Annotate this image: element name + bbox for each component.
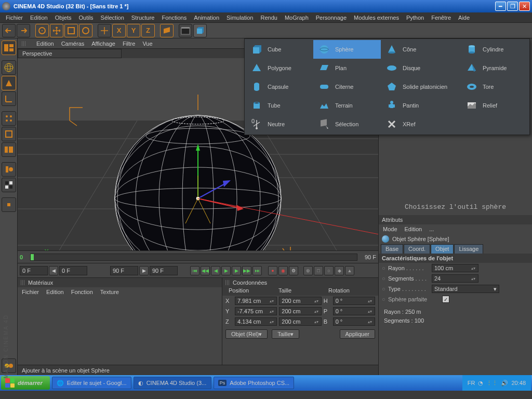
coord-x-pos[interactable]: 7.981 cm▴▾: [235, 297, 277, 305]
add-primitive-button[interactable]: [193, 24, 207, 37]
prop-type-dropdown[interactable]: Standard▾: [432, 285, 499, 293]
menu-selection[interactable]: Sélection: [97, 15, 128, 21]
next-frame-button[interactable]: ▶: [232, 266, 241, 275]
globe-icon[interactable]: [2, 60, 16, 75]
coord-z-size[interactable]: 200 cm▴▾: [279, 317, 321, 326]
menu-simulation[interactable]: Simulation: [223, 15, 257, 21]
coord-p-value[interactable]: 0 °▴▾: [333, 307, 375, 315]
layout-button[interactable]: [2, 41, 16, 55]
autokey-button[interactable]: ◉: [278, 266, 288, 275]
tray-icon[interactable]: ◔: [478, 380, 483, 387]
prim-polygon[interactable]: Polygone: [246, 59, 313, 77]
menu-mograph[interactable]: MoGraph: [281, 15, 312, 21]
prop-segments-field[interactable]: 24▴▾: [432, 274, 478, 283]
menu-modules[interactable]: Modules externes: [350, 15, 403, 21]
menu-aide[interactable]: Aide: [455, 15, 473, 21]
task-c4d[interactable]: ◐CINEMA 4D Studio (3...: [134, 377, 211, 389]
range-start-field[interactable]: 0 F: [20, 266, 48, 275]
timeline-scrubber[interactable]: [30, 254, 357, 261]
axis-mode-button[interactable]: [2, 91, 16, 106]
point-mode-button[interactable]: [2, 111, 16, 126]
view-edition[interactable]: Edition: [36, 41, 54, 47]
scale-tool[interactable]: [64, 24, 78, 37]
key-param-button[interactable]: ◆: [335, 266, 344, 275]
prim-xref[interactable]: XRef: [381, 115, 461, 134]
menu-fichier[interactable]: Fichier: [2, 15, 26, 21]
view-vue[interactable]: Vue: [142, 41, 152, 47]
coord-y-size[interactable]: 200 cm▴▾: [279, 307, 321, 315]
select-tool[interactable]: [35, 24, 49, 37]
wifi-icon[interactable]: ⋮⋮: [486, 380, 498, 387]
task-photoshop[interactable]: PsAdobe Photoshop CS...: [214, 377, 294, 389]
uv-button[interactable]: [2, 162, 16, 177]
prim-sphere[interactable]: Sphère: [313, 40, 381, 59]
view-cameras[interactable]: Caméras: [61, 41, 85, 47]
close-button[interactable]: ✕: [519, 2, 530, 11]
tab-base[interactable]: Base: [381, 244, 403, 254]
axis-y-button[interactable]: Y: [127, 24, 140, 37]
prim-cylinder[interactable]: Cylindre: [461, 40, 528, 59]
play-button[interactable]: ▶: [221, 266, 231, 275]
prim-terrain[interactable]: Terrain: [313, 96, 381, 115]
key-scale-button[interactable]: □: [314, 266, 323, 275]
range-end-field[interactable]: 90 F: [110, 266, 138, 275]
mat-menu-fichier[interactable]: Fichier: [22, 289, 39, 295]
prim-tube[interactable]: Tube: [246, 96, 313, 115]
prop-rayon-field[interactable]: 100 cm▴▾: [432, 264, 478, 272]
poly-mode-button[interactable]: [2, 142, 16, 157]
prev-frame-button[interactable]: ◀: [211, 266, 220, 275]
menu-fenetre[interactable]: Fenêtre: [428, 15, 455, 21]
tab-lissage[interactable]: Lissage: [454, 244, 483, 254]
model-mode-button[interactable]: [2, 76, 16, 90]
menu-edition[interactable]: Edition: [26, 15, 51, 21]
clock[interactable]: 20:48: [511, 380, 526, 386]
world-mode-button[interactable]: [160, 24, 174, 37]
attr-menu-more[interactable]: ...: [429, 226, 434, 232]
prim-disc[interactable]: Disque: [381, 59, 461, 77]
prev-key-button[interactable]: ◀◀: [201, 266, 210, 275]
system-tray[interactable]: FR ◔ ⋮⋮ 🔊 20:48: [462, 375, 531, 391]
axis-x-button[interactable]: X: [112, 24, 126, 37]
menu-animation[interactable]: Animation: [190, 15, 223, 21]
prim-torus[interactable]: Tore: [461, 77, 528, 96]
prim-selection[interactable]: Sélection: [313, 115, 381, 134]
coord-mode1-dropdown[interactable]: Objet (Rel) ▾: [225, 329, 268, 339]
range-prev-icon[interactable]: ◀: [49, 266, 58, 275]
goto-start-button[interactable]: ⏮: [190, 266, 200, 275]
volume-icon[interactable]: 🔊: [501, 380, 508, 387]
coord-y-pos[interactable]: -7.475 cm▴▾: [235, 307, 277, 315]
coord-h-value[interactable]: 0 °▴▾: [333, 297, 375, 305]
current-frame-field[interactable]: 0 F: [59, 266, 87, 275]
key-pos-button[interactable]: ⊕: [303, 266, 313, 275]
prim-plane[interactable]: Plan: [313, 59, 381, 77]
prim-cone[interactable]: Cône: [381, 40, 461, 59]
maximize-button[interactable]: ❐: [507, 2, 518, 11]
menu-personnage[interactable]: Personnage: [312, 15, 350, 21]
total-frames-field[interactable]: 90 F: [150, 266, 178, 275]
render-view-button[interactable]: [179, 24, 192, 37]
prim-tank[interactable]: Citerne: [313, 77, 381, 96]
mat-menu-fonction[interactable]: Fonction: [71, 289, 93, 295]
prim-figure[interactable]: Pantin: [381, 96, 461, 115]
tab-objet[interactable]: Objet: [431, 244, 454, 254]
tab-coord[interactable]: Coord.: [404, 244, 430, 254]
key-rot-button[interactable]: ○: [324, 266, 334, 275]
coord-mode2-dropdown[interactable]: Taille ▾: [272, 329, 299, 339]
view-filtre[interactable]: Filtre: [123, 41, 135, 47]
view-affichage[interactable]: Affichage: [91, 41, 115, 47]
coord-apply-button[interactable]: Appliquer: [340, 329, 375, 339]
prim-null[interactable]: 0Neutre: [246, 115, 313, 134]
prim-capsule[interactable]: Capsule: [246, 77, 313, 96]
attr-menu-mode[interactable]: Mode: [383, 226, 397, 232]
prim-platonic[interactable]: Solide platonicien: [381, 77, 461, 96]
menu-rendu[interactable]: Rendu: [257, 15, 281, 21]
axis-z-button[interactable]: Z: [141, 24, 155, 37]
lang-indicator[interactable]: FR: [468, 380, 475, 386]
last-tool[interactable]: [98, 24, 111, 37]
menu-python[interactable]: Python: [403, 15, 428, 21]
goto-end-button[interactable]: ⏭: [252, 266, 262, 275]
task-browser[interactable]: 🌐Editer le sujet - Googl...: [52, 377, 131, 389]
move-tool[interactable]: [50, 24, 63, 37]
coord-x-size[interactable]: 200 cm▴▾: [279, 297, 321, 305]
redo-button[interactable]: [17, 24, 30, 37]
